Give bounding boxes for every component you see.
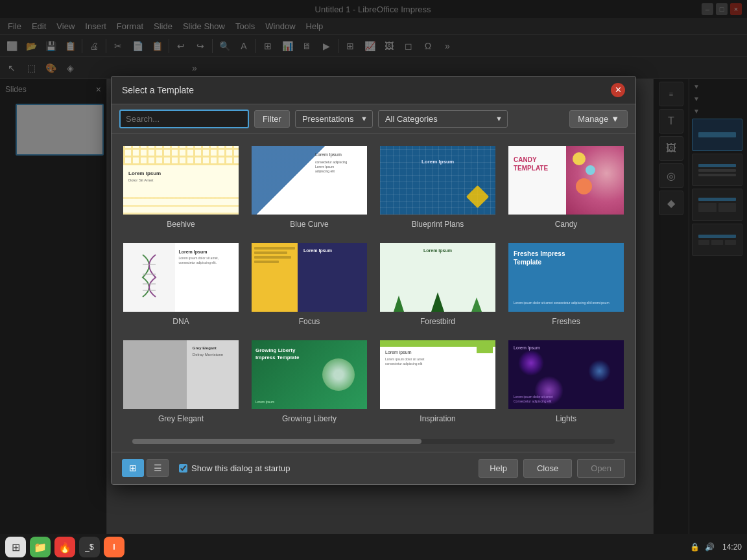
taskbar-fire-icon[interactable]: 🔥 [54, 537, 75, 557]
dialog-toolbar: Filter Presentations ▼ All Categories ▼ … [112, 104, 635, 134]
show-dialog-label: Show this dialog at startup [191, 463, 290, 473]
template-name-inspiration: Inspiration [379, 414, 497, 426]
template-item-lights[interactable]: Lorem Ipsum Lorem ipsum dolor sit ametCo… [507, 339, 625, 426]
categories-dropdown-wrapper: All Categories ▼ [378, 110, 508, 128]
template-item-blueprint[interactable]: Lorem Ipsum Blueprint Plans [379, 145, 497, 231]
presentations-dropdown[interactable]: Presentations [295, 110, 373, 128]
template-name-candy: Candy [507, 220, 625, 231]
taskbar-time: 14:20 [722, 542, 742, 552]
categories-dropdown[interactable]: All Categories [378, 110, 508, 128]
template-name-focus: Focus [250, 317, 368, 329]
template-preview-greyelegant: Grey Elegant Delray Morristone [122, 339, 240, 410]
scroll-thumb[interactable] [132, 439, 421, 444]
manage-label: Manage [578, 114, 608, 124]
help-button[interactable]: Help [479, 459, 518, 478]
template-item-candy[interactable]: CANDYTEMPLATE Candy [507, 145, 625, 231]
modal-overlay: Select a Template ✕ Filter Presentations… [0, 0, 747, 560]
template-scroll-area[interactable]: Lorem Ipsum Dolor Sit Amet Beehive Lore [112, 134, 635, 452]
template-name-growingliberty: Growing Liberty [250, 414, 368, 426]
taskbar: ⊞ 📁 🔥 _$ I 🔒 🔊 14:20 [0, 534, 747, 560]
template-item-beehive[interactable]: Lorem Ipsum Dolor Sit Amet Beehive [122, 145, 240, 231]
manage-button[interactable]: Manage ▼ [569, 110, 628, 128]
template-preview-growingliberty: Growing LibertyImpress Template Lorem Ip… [250, 339, 368, 410]
template-preview-dna: Lorem Ipsum Lorem ipsum dolor sit amet,c… [122, 242, 240, 313]
scroll-bar-area [112, 439, 635, 452]
template-name-freshes: Freshes [507, 317, 625, 329]
template-preview-bluecurve: Lorem Ipsum consectetur adipiscingLorem … [250, 145, 368, 216]
template-preview-lights: Lorem Ipsum Lorem ipsum dolor sit ametCo… [507, 339, 625, 410]
dialog-close-button[interactable]: ✕ [611, 83, 625, 97]
template-preview-blueprint: Lorem Ipsum [379, 145, 497, 216]
scroll-track [132, 439, 615, 444]
show-dialog-checkbox-label[interactable]: Show this dialog at startup [179, 463, 290, 473]
template-name-lights: Lights [507, 414, 625, 426]
dialog-title-bar: Select a Template ✕ [112, 76, 635, 104]
template-preview-focus: Lorem Ipsum [250, 242, 368, 313]
template-item-inspiration[interactable]: Lorem ipsum Lorem ipsum dolor sit ametco… [379, 339, 497, 426]
manage-arrow: ▼ [611, 114, 619, 124]
dialog-close-btn-footer[interactable]: Close [523, 459, 572, 478]
template-item-bluecurve[interactable]: Lorem Ipsum consectetur adipiscingLorem … [250, 145, 368, 231]
template-preview-forestbird: Lorem ipsum [379, 242, 497, 313]
template-preview-beehive: Lorem Ipsum Dolor Sit Amet [122, 145, 240, 216]
taskbar-apps-icon[interactable]: ⊞ [5, 537, 26, 557]
taskbar-right: 🔒 🔊 14:20 [690, 542, 742, 552]
taskbar-files-icon[interactable]: 📁 [30, 537, 51, 557]
taskbar-terminal-icon[interactable]: _$ [79, 537, 100, 557]
tray-network-icon: 🔒 [690, 542, 700, 552]
presentations-dropdown-wrapper: Presentations ▼ [295, 110, 373, 128]
template-item-focus[interactable]: Lorem Ipsum Focus [250, 242, 368, 329]
template-item-greyelegant[interactable]: Grey Elegant Delray Morristone Grey Eleg… [122, 339, 240, 426]
dialog-footer: ⊞ ☰ Show this dialog at startup Help Clo… [112, 452, 635, 484]
template-name-bluecurve: Blue Curve [250, 220, 368, 231]
system-tray: 🔒 🔊 [690, 542, 715, 552]
filter-button[interactable]: Filter [254, 110, 290, 128]
search-input[interactable] [119, 110, 249, 128]
view-toggle: ⊞ ☰ [122, 459, 169, 477]
template-item-dna[interactable]: Lorem Ipsum Lorem ipsum dolor sit amet,c… [122, 242, 240, 329]
template-name-blueprint: Blueprint Plans [379, 220, 497, 231]
template-dialog: Select a Template ✕ Filter Presentations… [111, 76, 636, 485]
dialog-title: Select a Template [122, 85, 194, 95]
template-preview-freshes: Freshes ImpressTemplate Lorem ipsum dolo… [507, 242, 625, 313]
footer-buttons: Help Close Open [479, 459, 625, 478]
show-dialog-checkbox[interactable] [179, 464, 187, 472]
template-item-growingliberty[interactable]: Growing LibertyImpress Template Lorem Ip… [250, 339, 368, 426]
template-name-forestbird: Forestbird [379, 317, 497, 329]
open-button-footer: Open [577, 459, 625, 478]
tray-volume-icon: 🔊 [705, 542, 715, 552]
template-preview-candy: CANDYTEMPLATE [507, 145, 625, 216]
template-item-freshes[interactable]: Freshes ImpressTemplate Lorem ipsum dolo… [507, 242, 625, 329]
template-grid: Lorem Ipsum Dolor Sit Amet Beehive Lore [112, 134, 635, 436]
template-name-beehive: Beehive [122, 220, 240, 231]
grid-view-button[interactable]: ⊞ [122, 459, 144, 477]
taskbar-impress-icon[interactable]: I [104, 537, 124, 557]
template-name-dna: DNA [122, 317, 240, 329]
list-view-button[interactable]: ☰ [147, 459, 169, 477]
template-item-forestbird[interactable]: Lorem ipsum Forestbird [379, 242, 497, 329]
template-name-greyelegant: Grey Elegant [122, 414, 240, 426]
template-preview-inspiration: Lorem ipsum Lorem ipsum dolor sit ametco… [379, 339, 497, 410]
